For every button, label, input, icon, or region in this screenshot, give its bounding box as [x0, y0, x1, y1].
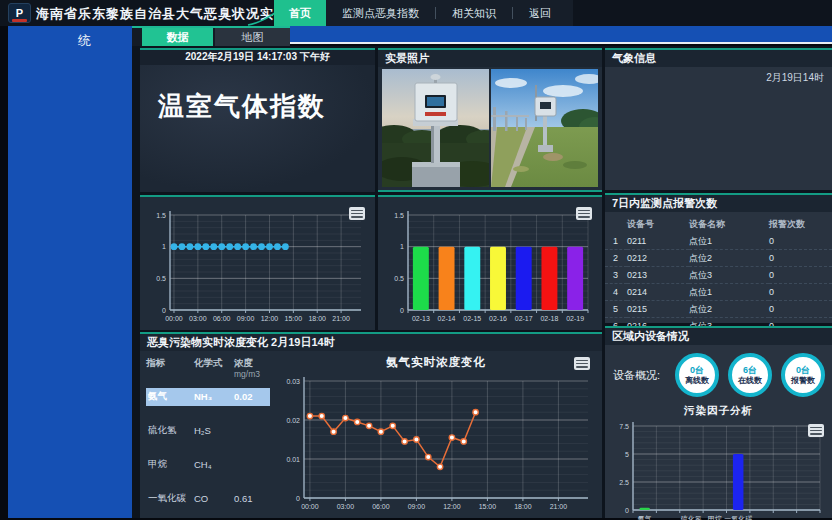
device-overview-label: 设备概况: [613, 368, 675, 383]
chart-menu-icon[interactable] [808, 424, 824, 437]
pollutant-row-nh3[interactable]: 氨气 NH₃ 0.02 [146, 388, 270, 406]
pollutant-table-header: 指标 化学式 浓度mg/m3 [146, 357, 270, 380]
svg-text:00:00: 00:00 [165, 315, 183, 322]
site-photo-left [382, 69, 489, 187]
title-overflow-char: 统 [78, 32, 91, 50]
sidebar: 统 [8, 26, 132, 518]
nav-knowledge[interactable]: 相关知识 [436, 0, 512, 26]
chart-menu-icon[interactable] [349, 207, 365, 220]
site-photo-right [491, 69, 598, 187]
nav-home[interactable]: 首页 [274, 0, 326, 26]
svg-text:7.5: 7.5 [619, 423, 629, 430]
weather-title: 气象信息 [605, 50, 832, 67]
panel-headline: 温室气体指数 [140, 65, 375, 124]
pollutant-panel-title: 恶臭污染物实时浓度变化 2月19日14时 [140, 334, 602, 351]
device-overview-row: 设备概况: 0台 离线数 6台 在线数 0台 报警数 [605, 345, 832, 399]
svg-text:0.5: 0.5 [394, 275, 404, 282]
photo-strip [378, 67, 602, 189]
live-photos-title: 实景照片 [378, 50, 602, 67]
table-row: 10211点位10 [605, 233, 832, 250]
header-underline-strip [290, 26, 832, 44]
nh3-chart-area: 氨气实时浓度变化 00.010.020.0300:0003:0006:0009:… [270, 351, 602, 518]
svg-text:21:00: 21:00 [332, 315, 350, 322]
svg-text:12:00: 12:00 [443, 503, 461, 510]
pollutant-row-co[interactable]: 一氧化碳 CO 0.61 [146, 490, 270, 508]
svg-text:02-17: 02-17 [515, 315, 533, 322]
svg-text:0.5: 0.5 [156, 275, 166, 282]
table-row: 30213点位30 [605, 267, 832, 284]
svg-text:21:00: 21:00 [550, 503, 568, 510]
table-row: 50215点位20 [605, 301, 832, 318]
svg-text:02-13: 02-13 [412, 315, 430, 322]
weather-panel: 气象信息 2月19日14时 [605, 48, 832, 190]
svg-text:09:00: 09:00 [408, 503, 426, 510]
tab-data[interactable]: 数据 [142, 28, 213, 46]
svg-text:0.03: 0.03 [286, 378, 300, 385]
svg-text:一氧化碳: 一氧化碳 [724, 515, 752, 520]
chart-menu-icon[interactable] [576, 207, 592, 220]
top-bar: P 海南省乐东黎族自治县大气恶臭状况实时发布系 首页 监测点恶臭指数 相关知识 … [0, 0, 832, 26]
pollutant-row-ch4[interactable]: 甲烷 CH₄ [146, 456, 270, 474]
svg-text:0: 0 [625, 507, 629, 514]
device-panel-title: 区域内设备情况 [605, 328, 832, 345]
svg-text:2.5: 2.5 [619, 479, 629, 486]
greenhouse-line-chart-panel: 00.511.500:0003:0006:0009:0012:0015:0018… [140, 195, 375, 330]
offline-count-badge: 0台 离线数 [675, 353, 719, 397]
svg-text:0.01: 0.01 [286, 456, 300, 463]
svg-text:02-16: 02-16 [489, 315, 507, 322]
svg-text:00:00: 00:00 [301, 503, 319, 510]
svg-text:5: 5 [625, 451, 629, 458]
table-row: 40214点位10 [605, 284, 832, 301]
chart-menu-icon[interactable] [574, 357, 590, 370]
device-stat-circles: 0台 离线数 6台 在线数 0台 报警数 [675, 353, 825, 397]
app-logo-icon: P [8, 3, 31, 23]
svg-text:0: 0 [296, 495, 300, 502]
svg-text:15:00: 15:00 [285, 315, 303, 322]
svg-text:03:00: 03:00 [189, 315, 207, 322]
svg-text:1.5: 1.5 [156, 212, 166, 219]
svg-text:硫化氢: 硫化氢 [680, 515, 702, 520]
svg-text:18:00: 18:00 [514, 503, 532, 510]
online-count-badge: 6台 在线数 [728, 353, 772, 397]
svg-text:0: 0 [162, 307, 166, 314]
svg-text:09:00: 09:00 [237, 315, 255, 322]
svg-text:03:00: 03:00 [337, 503, 355, 510]
svg-text:06:00: 06:00 [372, 503, 390, 510]
alarm-panel-title: 7日内监测点报警次数 [605, 195, 832, 212]
svg-text:02-15: 02-15 [463, 315, 481, 322]
main-nav: 首页 监测点恶臭指数 相关知识 返回 [274, 0, 573, 26]
alarm-table: 设备号 设备名称 报警次数 10211点位10 20212点位20 30213点… [605, 216, 832, 335]
svg-text:02-19: 02-19 [566, 315, 584, 322]
svg-text:0.02: 0.02 [286, 417, 300, 424]
svg-text:氨气: 氨气 [638, 515, 652, 520]
nav-odor-index[interactable]: 监测点恶臭指数 [326, 0, 435, 26]
device-status-panel: 区域内设备情况 设备概况: 0台 离线数 6台 在线数 0台 报警数 污染因子分… [605, 326, 832, 518]
tab-map[interactable]: 地图 [215, 28, 290, 46]
live-photos-panel: 实景照片 [378, 48, 602, 192]
nav-back[interactable]: 返回 [513, 0, 567, 26]
datetime-bar: 2022年2月19日 14:17:03 下午好 [140, 50, 375, 65]
tab-strip: 数据 地图 [132, 26, 290, 46]
pollution-factor-bar-chart: 02.557.5氨气硫化氢甲烷一氧化碳 [611, 420, 828, 520]
svg-text:甲烷: 甲烷 [708, 515, 722, 520]
nh3-realtime-line-chart: 00.010.020.0300:0003:0006:0009:0012:0015… [270, 373, 598, 516]
logo-glyph: P [16, 7, 23, 19]
svg-text:02-18: 02-18 [540, 315, 558, 322]
pollutant-row-h2s[interactable]: 硫化氢 H₂S [146, 422, 270, 440]
svg-text:12:00: 12:00 [261, 315, 279, 322]
nh3-chart-title: 氨气实时浓度变化 [270, 351, 602, 370]
svg-text:1.5: 1.5 [394, 212, 404, 219]
greenhouse-index-panel: 2022年2月19日 14:17:03 下午好 温室气体指数 [140, 48, 375, 192]
svg-text:1: 1 [162, 243, 166, 250]
svg-text:02-14: 02-14 [438, 315, 456, 322]
svg-text:1: 1 [400, 243, 404, 250]
daily-index-chart-panel: 00.511.502-1302-1402-1502-1602-1702-1802… [378, 195, 602, 330]
daily-index-bar-chart: 00.511.502-1302-1402-1502-1602-1702-1802… [378, 199, 602, 330]
svg-text:18:00: 18:00 [308, 315, 326, 322]
alarm-table-header: 设备号 设备名称 报警次数 [605, 216, 832, 233]
svg-text:0: 0 [400, 307, 404, 314]
pollutant-table: 指标 化学式 浓度mg/m3 氨气 NH₃ 0.02 硫化氢 H₂S 甲烷 CH… [140, 351, 270, 518]
pollution-factor-title: 污染因子分析 [605, 399, 832, 418]
weather-timestamp: 2月19日14时 [605, 67, 832, 89]
svg-text:15:00: 15:00 [479, 503, 497, 510]
